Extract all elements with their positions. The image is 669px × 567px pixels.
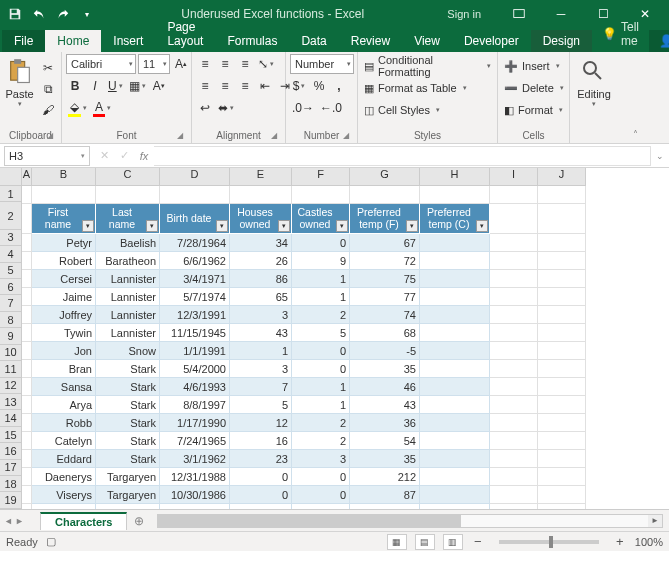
table-cell[interactable]: Tywin [32, 324, 96, 342]
cell[interactable] [350, 186, 420, 204]
table-cell[interactable] [420, 306, 490, 324]
tab-review[interactable]: Review [339, 30, 402, 52]
cell[interactable] [160, 186, 230, 204]
cell[interactable] [22, 234, 32, 252]
cell[interactable] [490, 468, 538, 486]
table-cell[interactable]: Stark [96, 378, 160, 396]
table-cell[interactable]: Cersei [32, 270, 96, 288]
row-header-8[interactable]: 8 [0, 312, 22, 328]
font-launcher[interactable]: ◢ [175, 131, 185, 141]
row-header-15[interactable]: 15 [0, 427, 22, 443]
tab-design[interactable]: Design [531, 30, 592, 52]
table-cell[interactable]: Snow [96, 342, 160, 360]
table-cell[interactable]: 0 [292, 360, 350, 378]
table-cell[interactable]: 34 [230, 234, 292, 252]
table-cell[interactable]: Petyr [32, 234, 96, 252]
table-cell[interactable]: 3/4/1971 [160, 270, 230, 288]
table-cell[interactable]: 5 [292, 324, 350, 342]
orientation-button[interactable]: ⤡ [256, 54, 276, 74]
table-cell[interactable]: 43 [230, 324, 292, 342]
sign-in-link[interactable]: Sign in [447, 8, 481, 20]
macro-record-icon[interactable]: ▢ [46, 535, 56, 548]
sheet-nav-prev[interactable]: ◄ [4, 516, 13, 526]
table-cell[interactable]: 0 [230, 486, 292, 504]
table-cell[interactable]: 1/17/1990 [160, 414, 230, 432]
table-cell[interactable]: 3 [230, 306, 292, 324]
number-format-combo[interactable]: Number▾ [290, 54, 354, 74]
table-cell[interactable]: 26 [230, 252, 292, 270]
collapse-ribbon-button[interactable]: ˄ [624, 129, 646, 140]
row-header-2[interactable]: 2 [0, 202, 22, 229]
filter-button[interactable]: ▾ [406, 220, 418, 232]
table-cell[interactable]: 74 [350, 306, 420, 324]
table-cell[interactable]: 86 [230, 270, 292, 288]
delete-cells-button[interactable]: ➖Delete▾ [502, 78, 566, 98]
table-cell[interactable]: Lannister [96, 270, 160, 288]
col-header-A[interactable]: A [22, 168, 32, 186]
insert-cells-button[interactable]: ➕Insert▾ [502, 56, 566, 76]
table-cell[interactable]: 10/30/1986 [160, 486, 230, 504]
cell[interactable] [538, 270, 586, 288]
expand-formula-bar-button[interactable]: ⌄ [651, 151, 669, 161]
merge-center-button[interactable]: ⬌ [216, 98, 236, 118]
table-cell[interactable]: 212 [350, 468, 420, 486]
col-header-H[interactable]: H [420, 168, 490, 186]
row-header-10[interactable]: 10 [0, 345, 22, 361]
table-cell[interactable] [420, 324, 490, 342]
cell[interactable] [538, 486, 586, 504]
table-cell[interactable] [420, 396, 490, 414]
table-header[interactable]: Last name▾ [96, 204, 160, 234]
table-cell[interactable]: 75 [350, 270, 420, 288]
cell[interactable] [22, 486, 32, 504]
table-cell[interactable]: 65 [230, 288, 292, 306]
table-cell[interactable]: 7/28/1964 [160, 234, 230, 252]
table-cell[interactable]: Arya [32, 396, 96, 414]
table-header[interactable]: Houses owned▾ [230, 204, 292, 234]
cell[interactable] [22, 204, 32, 234]
cell[interactable] [490, 288, 538, 306]
row-header-13[interactable]: 13 [0, 394, 22, 410]
decrease-indent-button[interactable]: ⇤ [256, 76, 274, 96]
table-cell[interactable]: 87 [350, 486, 420, 504]
ribbon-display-options-icon[interactable] [499, 0, 539, 28]
table-cell[interactable]: 2 [292, 306, 350, 324]
table-cell[interactable]: Sansa [32, 378, 96, 396]
table-cell[interactable]: Lannister [96, 504, 160, 509]
table-cell[interactable]: 3 [230, 360, 292, 378]
table-cell[interactable]: 7 [230, 378, 292, 396]
alignment-launcher[interactable]: ◢ [269, 131, 279, 141]
cell[interactable] [32, 186, 96, 204]
format-cells-button[interactable]: ◧Format▾ [502, 100, 566, 120]
tab-home[interactable]: Home [45, 30, 101, 52]
table-cell[interactable]: Jaime [32, 288, 96, 306]
table-header[interactable]: Preferred temp (C)▾ [420, 204, 490, 234]
table-cell[interactable]: Lannister [96, 288, 160, 306]
align-left-button[interactable]: ≡ [196, 76, 214, 96]
cell[interactable] [22, 450, 32, 468]
zoom-out-button[interactable]: − [471, 534, 485, 549]
cell[interactable] [538, 504, 586, 509]
increase-decimal-button[interactable]: .0→ [290, 98, 316, 118]
table-cell[interactable]: 1 [292, 288, 350, 306]
format-painter-button[interactable]: 🖌 [39, 100, 57, 120]
tab-file[interactable]: File [2, 30, 45, 52]
table-cell[interactable]: 23 [230, 450, 292, 468]
cell[interactable] [96, 186, 160, 204]
table-cell[interactable]: Viserys [32, 486, 96, 504]
align-right-button[interactable]: ≡ [236, 76, 254, 96]
cell[interactable] [22, 414, 32, 432]
table-cell[interactable]: 6/6/1962 [160, 252, 230, 270]
cell[interactable] [490, 432, 538, 450]
table-cell[interactable]: 3/1/1962 [160, 450, 230, 468]
cell[interactable] [22, 468, 32, 486]
table-cell[interactable] [420, 252, 490, 270]
minimize-button[interactable]: ─ [541, 0, 581, 28]
row-header-12[interactable]: 12 [0, 378, 22, 394]
table-cell[interactable] [420, 432, 490, 450]
row-header-18[interactable]: 18 [0, 476, 22, 492]
qat-customize-icon[interactable]: ▾ [76, 3, 98, 25]
italic-button[interactable]: I [86, 76, 104, 96]
cell[interactable] [538, 432, 586, 450]
table-header[interactable]: Preferred temp (F)▾ [350, 204, 420, 234]
table-cell[interactable]: 0 [292, 486, 350, 504]
